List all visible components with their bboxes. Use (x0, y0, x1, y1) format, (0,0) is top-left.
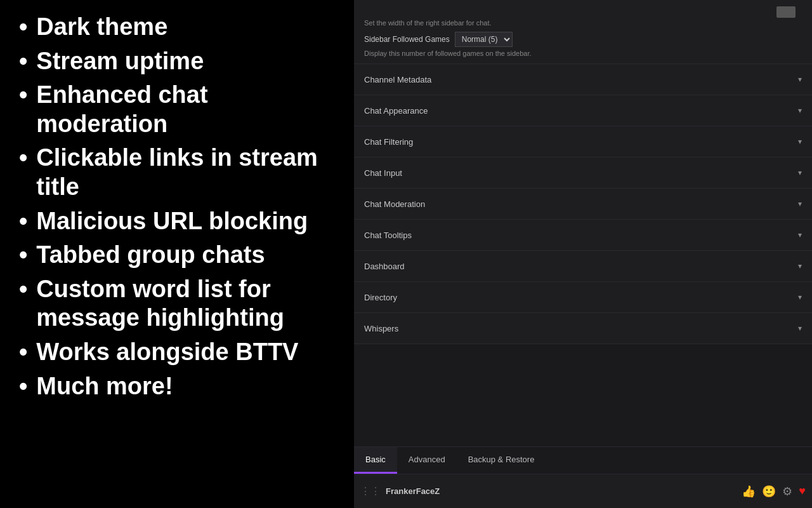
drag-handle[interactable]: ⋮⋮ (360, 485, 381, 497)
section-item-channel-metadata[interactable]: Channel Metadata▾ (354, 64, 812, 95)
sidebar-followed-games-select[interactable]: Normal (5) None (0) Small (3) Large (10) (455, 32, 513, 47)
chevron-down-icon: ▾ (798, 75, 802, 84)
section-item-chat-input[interactable]: Chat Input▾ (354, 157, 812, 189)
right-panel: Set the width of the right sidebar for c… (354, 0, 812, 508)
feature-item: Dark theme (19, 13, 335, 42)
thumbsup-icon[interactable]: 👍 (742, 485, 756, 498)
section-item-whispers[interactable]: Whispers▾ (354, 313, 812, 344)
feature-item: Clickable links in stream title (19, 144, 335, 201)
section-item-chat-filtering[interactable]: Chat Filtering▾ (354, 126, 812, 157)
section-label-chat-moderation: Chat Moderation (364, 199, 425, 209)
chevron-down-icon: ▾ (798, 324, 802, 333)
section-label-chat-tooltips: Chat Tooltips (364, 231, 412, 240)
section-item-chat-appearance[interactable]: Chat Appearance▾ (354, 95, 812, 126)
top-settings: Set the width of the right sidebar for c… (354, 0, 812, 64)
feature-item: Tabbed group chats (19, 241, 335, 270)
left-panel: Dark themeStream uptimeEnhanced chat mod… (0, 0, 354, 508)
section-label-chat-appearance: Chat Appearance (364, 106, 428, 116)
section-item-chat-moderation[interactable]: Chat Moderation▾ (354, 189, 812, 220)
sidebar-width-thumb (776, 6, 796, 18)
section-list: Channel Metadata▾Chat Appearance▾Chat Fi… (354, 64, 812, 446)
chevron-down-icon: ▾ (798, 137, 802, 146)
feature-item: Malicious URL blocking (19, 207, 335, 236)
chat-bar-title: FrankerFaceZ (386, 486, 742, 496)
section-item-chat-tooltips[interactable]: Chat Tooltips▾ (354, 220, 812, 251)
chat-bar-icons: 👍 🙂 ⚙ ♥ (742, 485, 806, 498)
section-label-whispers: Whispers (364, 324, 398, 333)
chevron-down-icon: ▾ (798, 199, 802, 208)
tab-advanced[interactable]: Advanced (397, 447, 457, 474)
section-item-directory[interactable]: Directory▾ (354, 282, 812, 313)
section-label-chat-filtering: Chat Filtering (364, 137, 413, 147)
section-label-channel-metadata: Channel Metadata (364, 75, 431, 84)
sidebar-followed-games-label: Sidebar Followed Games (364, 35, 450, 44)
feature-item: Enhanced chat moderation (19, 81, 335, 138)
section-label-directory: Directory (364, 293, 397, 302)
top-bar-hint (364, 4, 802, 18)
section-label-dashboard: Dashboard (364, 262, 405, 271)
chevron-down-icon: ▾ (798, 293, 802, 302)
settings-icon[interactable]: ⚙ (782, 485, 792, 498)
chevron-down-icon: ▾ (798, 106, 802, 115)
chevron-down-icon: ▾ (798, 168, 802, 177)
smiley-icon[interactable]: 🙂 (762, 485, 776, 498)
feature-list: Dark themeStream uptimeEnhanced chat mod… (19, 13, 335, 406)
heart-icon[interactable]: ♥ (799, 485, 806, 498)
feature-item: Custom word list for message highlightin… (19, 275, 335, 333)
sidebar-followed-games-desc: Display this number of followed games on… (364, 50, 802, 57)
chevron-down-icon: ▾ (798, 262, 802, 271)
section-label-chat-input: Chat Input (364, 168, 402, 178)
chevron-down-icon: ▾ (798, 231, 802, 239)
tab-backup-restore[interactable]: Backup & Restore (457, 447, 546, 474)
tab-basic[interactable]: Basic (354, 447, 397, 474)
section-item-dashboard[interactable]: Dashboard▾ (354, 251, 812, 282)
feature-item: Stream uptime (19, 47, 335, 76)
sidebar-followed-games-row: Sidebar Followed Games Normal (5) None (… (364, 32, 802, 47)
tab-bar: BasicAdvancedBackup & Restore (354, 446, 812, 474)
sidebar-width-desc: Set the width of the right sidebar for c… (364, 19, 802, 27)
feature-item: Works alongside BTTV (19, 338, 335, 367)
feature-item: Much more! (19, 372, 335, 401)
chat-bar: ⋮⋮ FrankerFaceZ 👍 🙂 ⚙ ♥ (354, 474, 812, 508)
